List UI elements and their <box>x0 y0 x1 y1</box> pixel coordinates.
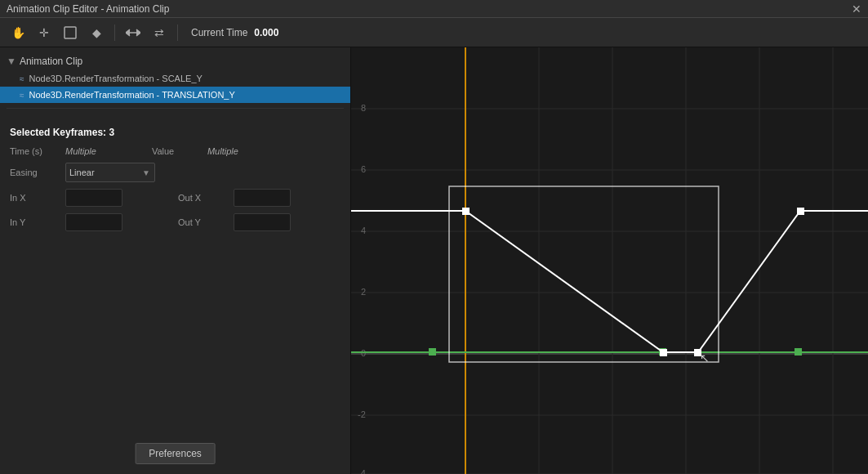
title-text: Animation Clip Editor - Animation Clip <box>7 3 169 15</box>
keyframes-title: Selected Keyframes: 3 <box>10 127 341 138</box>
left-panel: ▼ Animation Clip ≈ Node3D.RenderTransfor… <box>0 47 351 474</box>
svg-text:4: 4 <box>361 226 366 235</box>
svg-rect-37 <box>462 208 470 215</box>
easing-select-wrapper: Linear Ease In Ease Out Ease In/Out Step… <box>65 163 155 182</box>
track-item-scale-y[interactable]: ≈ Node3D.RenderTransformation - SCALE_Y <box>0 70 350 87</box>
collapse-arrow: ▼ <box>7 56 16 67</box>
iny-outy-row: In Y Out Y <box>10 213 341 231</box>
time-label: Time (s) <box>10 146 59 156</box>
track-separator <box>7 108 344 109</box>
svg-text:2: 2 <box>361 287 366 297</box>
track-item-translation-y[interactable]: ≈ Node3D.RenderTransformation - TRANSLAT… <box>0 87 350 103</box>
track-label-2: Node3D.RenderTransformation - TRANSLATIO… <box>29 90 235 100</box>
track-icon-1: ≈ <box>20 74 24 83</box>
in-y-input[interactable] <box>65 213 122 231</box>
svg-rect-40 <box>797 208 804 215</box>
in-y-label: In Y <box>10 217 59 227</box>
out-x-input[interactable] <box>234 189 291 207</box>
out-x-label: Out X <box>178 193 227 203</box>
graph-svg: 8 6 4 2 0 -2 -4 -0.2 0 0.2 0.4 0.6 0.8 1… <box>351 47 868 474</box>
frame-tool-button[interactable] <box>59 21 82 44</box>
in-x-label: In X <box>10 193 59 203</box>
svg-rect-34 <box>429 348 436 356</box>
svg-rect-0 <box>65 27 76 38</box>
out-y-input[interactable] <box>234 213 291 231</box>
main-layout: ▼ Animation Clip ≈ Node3D.RenderTransfor… <box>0 47 868 474</box>
track-list: ▼ Animation Clip ≈ Node3D.RenderTransfor… <box>0 47 350 118</box>
value-label: Value <box>152 146 201 156</box>
svg-rect-36 <box>795 348 802 356</box>
easing-row: Easing Linear Ease In Ease Out Ease In/O… <box>10 163 341 182</box>
title-bar: Animation Clip Editor - Animation Clip ✕ <box>0 0 868 18</box>
track-icon-2: ≈ <box>20 91 24 100</box>
svg-text:-4: -4 <box>358 468 366 474</box>
track-group-label: Animation Clip <box>20 56 82 67</box>
out-y-label: Out Y <box>178 217 227 227</box>
mirror-keys-button[interactable]: ⇄ <box>148 21 171 44</box>
current-time-label: Current Time <box>191 27 247 38</box>
separator-2 <box>177 25 178 41</box>
track-group-header[interactable]: ▼ Animation Clip <box>0 52 350 70</box>
pan-tool-button[interactable]: ✋ <box>7 21 29 44</box>
svg-rect-38 <box>660 349 667 356</box>
keyframes-panel: Selected Keyframes: 3 Time (s) Multiple … <box>0 118 350 246</box>
track-label-1: Node3D.RenderTransformation - SCALE_Y <box>29 74 203 83</box>
inout-xy-row: In X Out X <box>10 189 341 207</box>
key-tool-button[interactable]: ◆ <box>85 21 108 44</box>
easing-label: Easing <box>10 168 59 177</box>
value-value: Multiple <box>207 146 238 156</box>
easing-select[interactable]: Linear Ease In Ease Out Ease In/Out Step <box>65 163 155 182</box>
preferences-button[interactable]: Preferences <box>135 443 216 464</box>
svg-text:-2: -2 <box>358 409 366 419</box>
move-tool-button[interactable]: ✛ <box>33 21 56 44</box>
svg-text:↖: ↖ <box>700 351 710 364</box>
time-row: Time (s) Multiple Value Multiple <box>10 146 341 156</box>
svg-text:8: 8 <box>361 103 366 113</box>
current-time-value: 0.000 <box>254 27 278 38</box>
in-x-input[interactable] <box>65 189 122 207</box>
graph-area[interactable]: 8 6 4 2 0 -2 -4 -0.2 0 0.2 0.4 0.6 0.8 1… <box>351 47 868 474</box>
move-keys-button[interactable] <box>122 21 145 44</box>
svg-rect-2 <box>351 47 868 474</box>
separator-1 <box>114 25 115 41</box>
svg-text:6: 6 <box>361 164 366 174</box>
toolbar: ✋ ✛ ◆ ⇄ Current Time 0.000 <box>0 18 868 47</box>
close-button[interactable]: ✕ <box>852 2 861 16</box>
time-value: Multiple <box>65 146 96 156</box>
